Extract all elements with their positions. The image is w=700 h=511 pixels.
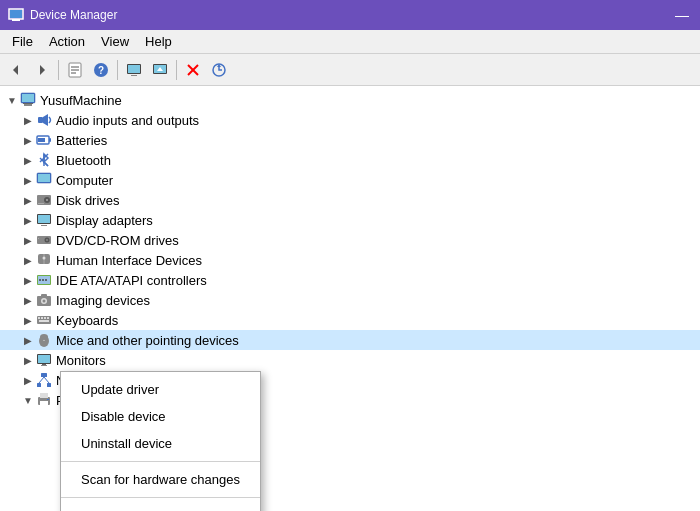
ctx-update-driver[interactable]: Update driver (61, 376, 260, 403)
ctx-separator-2 (61, 497, 260, 498)
mice-label: Mice and other pointing devices (56, 333, 239, 348)
toolbar-monitor[interactable] (122, 58, 146, 82)
batteries-expand-icon[interactable]: ▶ (20, 132, 36, 148)
svg-point-50 (43, 257, 46, 260)
svg-point-39 (46, 199, 48, 201)
svg-point-55 (45, 279, 47, 281)
battery-icon (36, 132, 52, 148)
disk-expand-icon[interactable]: ▶ (20, 192, 36, 208)
svg-marker-26 (43, 114, 48, 126)
svg-rect-71 (41, 365, 47, 366)
imaging-icon (36, 292, 52, 308)
title-bar-controls: — (672, 5, 692, 25)
menu-file[interactable]: File (4, 32, 41, 51)
toolbar: ? (0, 54, 700, 86)
root-label: YusufMachine (40, 93, 122, 108)
toolbar-properties[interactable] (63, 58, 87, 82)
monitors-expand-icon[interactable]: ▶ (20, 352, 36, 368)
ide-icon (36, 272, 52, 288)
svg-rect-64 (47, 317, 49, 319)
menu-action[interactable]: Action (41, 32, 93, 51)
minimize-button[interactable]: — (672, 5, 692, 25)
tree-item-ide[interactable]: ▶ IDE ATA/ATAPI controllers (0, 270, 700, 290)
hid-expand-icon[interactable]: ▶ (20, 252, 36, 268)
tree-item-keyboards[interactable]: ▶ Keyboards (0, 310, 700, 330)
ide-expand-icon[interactable]: ▶ (20, 272, 36, 288)
keyboards-label: Keyboards (56, 313, 118, 328)
tree-item-audio[interactable]: ▶ Audio inputs and outputs (0, 110, 700, 130)
audio-expand-icon[interactable]: ▶ (20, 112, 36, 128)
computer-expand-icon[interactable]: ▶ (20, 172, 36, 188)
menu-view[interactable]: View (93, 32, 137, 51)
dvd-label: DVD/CD-ROM drives (56, 233, 179, 248)
tree-item-hid[interactable]: ▶ Human Interface Devices (0, 250, 700, 270)
bluetooth-expand-icon[interactable]: ▶ (20, 152, 36, 168)
svg-rect-25 (38, 117, 43, 123)
menu-help[interactable]: Help (137, 32, 180, 51)
svg-rect-43 (41, 225, 47, 226)
print-expand-icon[interactable]: ▼ (20, 392, 36, 408)
svg-rect-1 (12, 19, 20, 21)
toolbar-scan[interactable] (207, 58, 231, 82)
ctx-properties[interactable]: Properties (61, 502, 260, 511)
mice-icon (36, 332, 52, 348)
toolbar-help[interactable]: ? (89, 58, 113, 82)
root-expand-icon[interactable]: ▼ (4, 92, 20, 108)
monitors-label: Monitors (56, 353, 106, 368)
ctx-scan-hardware[interactable]: Scan for hardware changes (61, 466, 260, 493)
audio-label: Audio inputs and outputs (56, 113, 199, 128)
svg-marker-3 (13, 65, 18, 75)
ctx-uninstall-device[interactable]: Uninstall device (61, 430, 260, 457)
svg-point-58 (43, 300, 46, 303)
tree-item-mice[interactable]: ▶ Mice and other pointing devices (0, 330, 700, 350)
toolbar-delete[interactable] (181, 58, 205, 82)
svg-rect-63 (44, 317, 46, 319)
svg-rect-74 (37, 383, 41, 387)
disk-label: Disk drives (56, 193, 120, 208)
svg-rect-23 (24, 104, 32, 106)
svg-rect-28 (38, 138, 45, 142)
imaging-expand-icon[interactable]: ▶ (20, 292, 36, 308)
toolbar-update[interactable] (148, 58, 172, 82)
svg-rect-72 (42, 364, 46, 365)
svg-rect-42 (38, 215, 50, 223)
svg-point-54 (42, 279, 44, 281)
mice-expand-icon[interactable]: ▶ (20, 332, 36, 348)
svg-rect-80 (40, 401, 48, 405)
svg-rect-75 (47, 383, 51, 387)
toolbar-back[interactable] (4, 58, 28, 82)
ctx-separator-1 (61, 461, 260, 462)
keyboards-expand-icon[interactable]: ▶ (20, 312, 36, 328)
toolbar-sep3 (176, 60, 177, 80)
svg-rect-22 (22, 94, 34, 102)
tree-item-dvd[interactable]: ▶ DVD/CD-ROM drives (0, 230, 700, 250)
ctx-disable-device[interactable]: Disable device (61, 403, 260, 430)
print-icon (36, 392, 52, 408)
svg-rect-65 (39, 320, 49, 322)
display-expand-icon[interactable]: ▶ (20, 212, 36, 228)
tree-root[interactable]: ▼ YusufMachine (0, 90, 700, 110)
toolbar-forward[interactable] (30, 58, 54, 82)
tree-item-disk[interactable]: ▶ Disk drives (0, 190, 700, 210)
tree-item-computer[interactable]: ▶ Computer (0, 170, 700, 190)
svg-rect-81 (47, 399, 49, 400)
tree-item-bluetooth[interactable]: ▶ Bluetooth (0, 150, 700, 170)
svg-rect-73 (41, 373, 47, 377)
svg-rect-47 (38, 238, 39, 239)
tree-item-imaging[interactable]: ▶ Imaging devices (0, 290, 700, 310)
dvd-expand-icon[interactable]: ▶ (20, 232, 36, 248)
tree-item-batteries[interactable]: ▶ Batteries (0, 130, 700, 150)
keyboard-icon (36, 312, 52, 328)
svg-rect-29 (49, 138, 51, 142)
tree-item-monitors[interactable]: ▶ Monitors (0, 350, 700, 370)
bluetooth-icon (36, 152, 52, 168)
dvd-icon (36, 232, 52, 248)
hid-label: Human Interface Devices (56, 253, 202, 268)
tree-item-display[interactable]: ▶ Display adapters (0, 210, 700, 230)
svg-rect-70 (38, 355, 50, 363)
svg-rect-62 (41, 317, 43, 319)
svg-rect-2 (10, 10, 22, 18)
network-expand-icon[interactable]: ▶ (20, 372, 36, 388)
svg-rect-12 (128, 65, 140, 73)
menu-bar: File Action View Help (0, 30, 700, 54)
